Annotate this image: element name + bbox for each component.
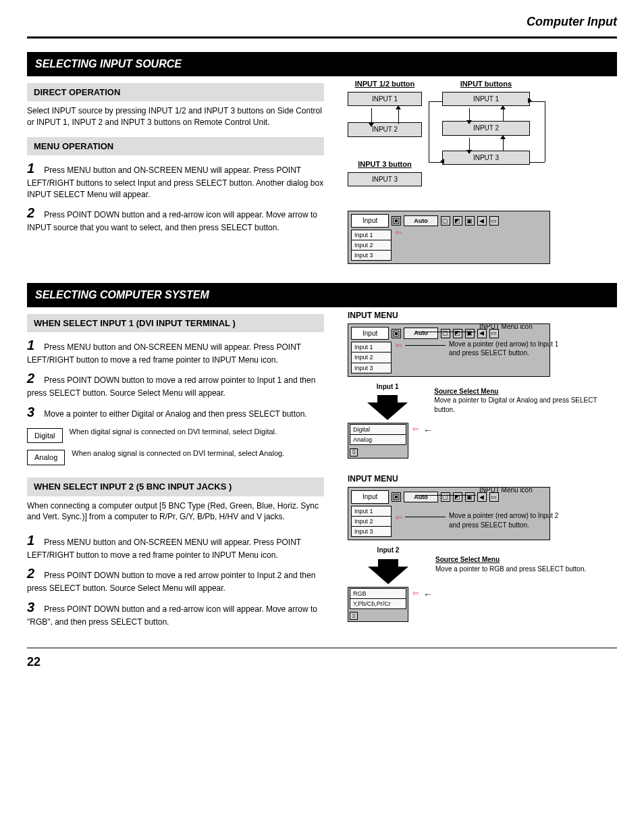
input-menu-title-callout: INPUT MENU <box>348 310 617 321</box>
sub-5bnc: WHEN SELECT INPUT 2 (5 BNC INPUT JACKS ) <box>27 477 324 496</box>
bnc-step-2-num: 2 <box>27 565 42 583</box>
callout-input-menu-icon-2: INPUT Menu icon <box>479 486 574 495</box>
popup-item-digital[interactable]: Digital <box>350 424 406 435</box>
arrow-caption-input2: Input 2 <box>348 546 429 555</box>
menu-item-input1[interactable]: Input 1 <box>351 230 392 240</box>
bnc-step-1: 1 Press MENU button and ON-SCREEN MENU w… <box>27 531 327 561</box>
icon-info[interactable] <box>392 216 401 226</box>
dvi-step-3-num: 3 <box>27 403 42 421</box>
dvi-step-1-text: Press MENU button and ON-SCREEN MENU wil… <box>27 342 301 365</box>
source-select-menu-label-1: Source Select Menu <box>434 387 617 396</box>
callout-move-pointer-input2: Move a pointer (red arrow) to Input 2 an… <box>449 511 564 529</box>
menu-step-2: 2 Press POINT DOWN button and a red-arro… <box>27 204 327 233</box>
flow-box-input1: INPUT 1 <box>348 92 422 107</box>
flow-box-input3-single: INPUT 3 <box>348 172 422 187</box>
footer-rule <box>27 648 617 648</box>
source-rgb-callout: Move a pointer to RGB and press SELECT b… <box>435 565 586 574</box>
step-number-2: 2 <box>27 204 42 222</box>
section-selecting-computer-system: SELECTING COMPUTER SYSTEM <box>27 283 617 307</box>
input-menu-panel: Input Auto ▢ ◩ ▣ ◀ ▭ Input 1 Input 2 Inp… <box>348 211 550 264</box>
direct-operation-body: Select INPUT source by pressing INPUT 1/… <box>27 105 327 127</box>
popup-item-analog[interactable]: Analog <box>350 434 406 445</box>
menu-step-1-text: Press MENU button and ON-SCREEN MENU wil… <box>27 165 323 199</box>
digital-box-label: Digital <box>27 428 63 444</box>
arrow-caption-input1: Input 1 <box>348 382 427 392</box>
dvi-icon-square[interactable]: ▢ <box>441 329 450 338</box>
source-digital-callout: Move a pointer to Digital or Analog and … <box>434 396 617 414</box>
dvi-step-3-text: Move a pointer to either Digital or Anal… <box>44 409 306 419</box>
dvi-icon-info[interactable] <box>392 329 401 338</box>
bnc-menu-input-label: Input <box>351 490 389 504</box>
red-arrow-digital: ⇦ <box>412 424 419 434</box>
header-rule <box>27 36 617 38</box>
dvi-step-2-text: Press POINT DOWN button to move a red ar… <box>27 375 315 398</box>
icon-adjust[interactable]: ◩ <box>453 216 462 226</box>
bnc-step-2: 2 Press POINT DOWN button to move a red … <box>27 565 327 594</box>
arrow-left-icon-2: ← <box>423 588 433 601</box>
flow2-box-input3: INPUT 3 <box>442 151 530 165</box>
section-selecting-input-source: SELECTING INPUT SOURCE <box>27 52 617 76</box>
quit-icon-2[interactable]: ▯ <box>350 612 358 620</box>
bnc-icon-info[interactable] <box>392 492 401 502</box>
menu-item-input2[interactable]: Input 2 <box>351 240 392 251</box>
input-menu-title-callout-2: INPUT MENU <box>348 473 617 484</box>
callout-input-menu-icon: INPUT Menu icon <box>479 322 574 332</box>
bnc-step-1-num: 1 <box>27 531 42 550</box>
bnc-step-3-text: Press POINT DOWN button and a red-arrow … <box>27 604 317 627</box>
dvi-icon-tool[interactable]: ▣ <box>465 329 475 338</box>
icon-tool[interactable]: ▣ <box>465 216 475 226</box>
icon-sound[interactable]: ◀ <box>477 216 487 226</box>
quit-icon[interactable]: ▯ <box>350 448 358 457</box>
dvi-step-2-num: 2 <box>27 369 42 388</box>
menu-item-input3[interactable]: Input 3 <box>351 250 392 261</box>
input-flow-diagram: INPUT 1/2 button INPUT 1 INPUT 2 INPUT 3… <box>348 79 617 201</box>
source-select-popup-digital: Digital Analog ▯ <box>348 423 408 459</box>
bnc-icon-tool[interactable]: ▣ <box>465 492 475 502</box>
flow2-box-input1: INPUT 1 <box>442 92 530 107</box>
dvi-step-2: 2 Press POINT DOWN button to move a red … <box>27 369 327 398</box>
bnc-menu-item-input2[interactable]: Input 2 <box>351 516 392 527</box>
sub-direct-operation: DIRECT OPERATION <box>27 83 324 102</box>
bnc-red-arrow-icon: ⇦ <box>396 513 402 523</box>
dvi-icon-adjust[interactable]: ◩ <box>453 329 462 338</box>
dvi-menu-input-label: Input <box>351 327 389 340</box>
dvi-menu-auto[interactable]: Auto <box>404 328 438 338</box>
bnc-menu-item-input3[interactable]: Input 3 <box>351 526 392 537</box>
dvi-menu-item-input1[interactable]: Input 1 <box>351 342 392 353</box>
red-arrow-rgb: ⇦ <box>412 588 419 598</box>
source-select-menu-label-2: Source Select Menu <box>435 555 586 565</box>
dvi-menu-item-input3[interactable]: Input 3 <box>351 363 392 373</box>
icon-lang[interactable]: ▭ <box>489 216 499 226</box>
sub-menu-operation: MENU OPERATION <box>27 137 324 156</box>
bnc-step-3-num: 3 <box>27 598 42 617</box>
red-arrow-icon: ⇦ <box>396 228 402 238</box>
big-down-arrow-icon <box>367 402 408 420</box>
bnc-menu-item-input1[interactable]: Input 1 <box>351 506 392 517</box>
menu-auto-pill[interactable]: Auto <box>404 215 438 226</box>
flow-col1-title: INPUT 1/2 button <box>348 79 422 89</box>
source-select-popup-rgb: RGB Y,Pb/Cb,Pr/Cr ▯ <box>348 587 408 623</box>
big-down-arrow-icon-2 <box>368 567 408 584</box>
bnc-step-1-text: Press MENU button and ON-SCREEN MENU wil… <box>27 538 301 560</box>
step-number-1: 1 <box>27 159 42 178</box>
flow-col1-foot-title: INPUT 3 button <box>348 159 422 170</box>
bnc-step-3: 3 Press POINT DOWN button and a red-arro… <box>27 598 327 627</box>
icon-square[interactable]: ▢ <box>441 216 450 226</box>
bnc-intro: When connecting a computer output [5 BNC… <box>27 500 327 522</box>
dvi-step-3: 3 Move a pointer to either Digital or An… <box>27 403 327 421</box>
popup-item-rgb[interactable]: RGB <box>350 588 406 599</box>
popup-item-ypbcb[interactable]: Y,Pb/Cb,Pr/Cr <box>350 598 406 609</box>
menu-input-label: Input <box>351 214 389 228</box>
page-number: 22 <box>27 655 41 669</box>
sub-dvi: WHEN SELECT INPUT 1 (DVI INPUT TERMINAL … <box>27 314 324 333</box>
bnc-menu-auto[interactable]: Auto <box>404 492 438 502</box>
page-header-title: Computer Input <box>27 14 617 30</box>
dvi-menu-item-input2[interactable]: Input 2 <box>351 352 392 363</box>
dvi-step-1: 1 Press MENU button and ON-SCREEN MENU w… <box>27 336 327 365</box>
menu-step-2-text: Press POINT DOWN button and a red-arrow … <box>27 210 317 232</box>
dvi-red-arrow-icon: ⇦ <box>396 340 402 350</box>
bnc-icon-square[interactable]: ▢ <box>441 492 450 502</box>
svg-rect-3 <box>395 332 398 335</box>
bnc-icon-adjust[interactable]: ◩ <box>453 492 462 502</box>
flow-col2-title: INPUT buttons <box>442 79 530 89</box>
